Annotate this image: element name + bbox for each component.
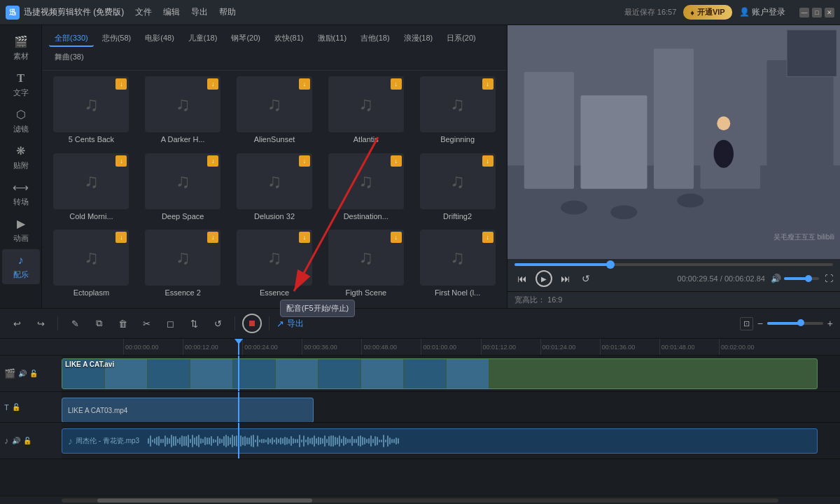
frame-thumb-9 [447, 359, 489, 389]
music-item[interactable]: ♫ ↓ Atlantis [322, 76, 410, 149]
music-item[interactable]: ♫ ↓ First Noel (l... [414, 230, 501, 302]
maximize-button[interactable]: □ [812, 8, 822, 18]
tag-romantic[interactable]: 浪漫(18) [398, 31, 439, 47]
wave-bar [280, 438, 281, 444]
music-item[interactable]: ♫ ↓ 5 Cents Back [48, 76, 135, 149]
audio-clip[interactable]: ♪ 周杰伦 - 青花瓷.mp3 [62, 428, 818, 454]
svg-rect-2 [524, 72, 574, 189]
subtitle-clip[interactable]: LIKE A CAT03.mp4 [62, 398, 314, 422]
sidebar-item-filter[interactable]: ⬡ 滤镜 [2, 104, 40, 139]
zoom-controls: ⊡ − + [740, 317, 833, 330]
music-item[interactable]: ♫ ↓ Essence [231, 230, 318, 302]
tag-piano[interactable]: 钢琴(20) [225, 31, 266, 47]
music-item[interactable]: ♫ ↓ AlienSunset [231, 76, 318, 149]
music-item[interactable]: ♫ ↓ Deep Space [139, 153, 227, 226]
music-item[interactable]: ♫ ↓ Figth Scene [322, 230, 410, 302]
menu-help[interactable]: 帮助 [219, 6, 236, 18]
audio-track-content[interactable]: ♪ 周杰伦 - 青花瓷.mp3 [62, 423, 840, 458]
sidebar-item-effects[interactable]: ❋ 贴附 [2, 140, 40, 175]
sidebar-item-animation[interactable]: ▶ 动画 [2, 213, 40, 248]
progress-fill [514, 263, 610, 266]
menu-file[interactable]: 文件 [135, 6, 152, 18]
edit-button[interactable]: ✎ [65, 314, 85, 333]
record-button[interactable] [242, 314, 262, 333]
play-button[interactable]: ▶ [536, 270, 552, 287]
video-lock-button[interactable]: 🔓 [29, 370, 38, 377]
wave-bar [326, 439, 328, 443]
music-label: Beginning [420, 135, 496, 144]
tag-japanese[interactable]: 日系(20) [441, 31, 482, 47]
tag-children[interactable]: 儿童(18) [183, 31, 223, 47]
split-button[interactable]: ◻ [160, 314, 180, 333]
audio-mute-button[interactable]: 🔊 [12, 437, 20, 444]
scroll-thumb[interactable] [97, 498, 312, 503]
menu-export[interactable]: 导出 [191, 6, 208, 18]
music-item[interactable]: ♫ ↓ Drifting2 [414, 153, 501, 226]
wave-bar [293, 438, 294, 444]
next-frame-button[interactable]: ⏭ [558, 272, 573, 286]
scroll-track[interactable] [62, 498, 778, 503]
volume-slider[interactable] [784, 277, 819, 280]
subtitle-track-content[interactable]: LIKE A CAT03.mp4 [62, 392, 840, 422]
audio-lock-button[interactable]: 🔓 [23, 437, 31, 444]
audio-clip-label: 周杰伦 - 青花瓷.mp3 [76, 436, 139, 446]
volume-icon[interactable]: 🔊 [771, 274, 781, 284]
fit-button[interactable]: ⊡ [740, 317, 753, 330]
wave-bar [169, 438, 170, 444]
music-note-icon: ♫ [358, 93, 373, 115]
video-mute-button[interactable]: 🔊 [18, 370, 27, 377]
video-track-content[interactable]: LIKE A CAT.avi [62, 356, 840, 391]
wave-bar [351, 436, 353, 446]
export-button[interactable]: ↗ 导出 [276, 318, 304, 330]
wave-bar [284, 437, 286, 444]
zoom-in-button[interactable]: + [827, 318, 833, 329]
tag-happy[interactable]: 欢快(81) [269, 31, 309, 47]
music-item[interactable]: ♫ ↓ Destination... [322, 153, 410, 226]
tag-movie[interactable]: 电影(48) [139, 31, 180, 47]
cut-button[interactable]: ✂ [136, 314, 156, 333]
svg-rect-3 [581, 95, 648, 189]
subtitle-track-playhead [238, 392, 239, 422]
undo-button[interactable]: ↩ [7, 314, 27, 333]
zoom-out-button[interactable]: − [757, 318, 763, 329]
music-item[interactable]: ♫ ↓ Essence 2 [139, 230, 227, 302]
copy-button[interactable]: ⧉ [89, 314, 108, 333]
ruler-mark-0: 00:00:00.00 [123, 339, 183, 356]
wave-bar [188, 435, 189, 447]
titlebar: 迅 迅捷视频剪辑软件 (免费版) 文件 编辑 导出 帮助 最近保存 16:57 … [0, 0, 840, 25]
music-item[interactable]: ♫ ↓ A Darker H... [139, 76, 227, 149]
subtitle-lock-button[interactable]: 🔓 [12, 403, 20, 411]
progress-bar[interactable] [514, 263, 833, 266]
tag-motivate[interactable]: 激励(11) [312, 31, 353, 47]
rotate-button[interactable]: ↺ [208, 314, 227, 333]
menu-edit[interactable]: 编辑 [163, 6, 180, 18]
tag-all[interactable]: 全部(330) [49, 31, 94, 47]
wave-bar [162, 439, 164, 443]
redo-button[interactable]: ↪ [31, 314, 50, 333]
loop-button[interactable]: ↺ [579, 272, 593, 286]
close-button[interactable]: ✕ [825, 8, 834, 18]
prev-frame-button[interactable]: ⏮ [514, 272, 530, 286]
minimize-button[interactable]: — [799, 8, 809, 18]
music-thumb: ♫ ↓ [145, 76, 220, 132]
music-item[interactable]: ♫ ↓ Ectoplasm [48, 230, 135, 302]
sidebar-item-music[interactable]: ♪ 配乐 [2, 249, 40, 284]
login-button[interactable]: 👤 账户登录 [739, 6, 785, 18]
speed-button[interactable]: ⇅ [184, 314, 204, 333]
tag-dance[interactable]: 舞曲(38) [49, 50, 90, 64]
video-clip[interactable]: LIKE A CAT.avi [62, 358, 818, 389]
music-item[interactable]: ♫ ↓ Beginning [414, 76, 501, 149]
tag-sad[interactable]: 悲伤(58) [97, 31, 137, 47]
music-item[interactable]: ♫ ↓ Cold Morni... [48, 153, 135, 226]
sidebar-item-transition[interactable]: ⟷ 转场 [2, 176, 40, 211]
vip-button[interactable]: ♦ 开通VIP [683, 5, 732, 20]
sidebar-item-media[interactable]: 🎬 素材 [2, 31, 40, 66]
sidebar-item-text[interactable]: T 文字 [2, 67, 40, 102]
music-item[interactable]: ♫ ↓ Delusion 32 [231, 153, 318, 226]
wave-bar [312, 438, 313, 444]
fullscreen-button[interactable]: ⛶ [825, 274, 833, 284]
wave-bar [202, 439, 204, 443]
zoom-slider[interactable] [767, 322, 823, 325]
delete-button[interactable]: 🗑 [113, 314, 132, 333]
tag-guitar[interactable]: 吉他(18) [355, 31, 396, 47]
